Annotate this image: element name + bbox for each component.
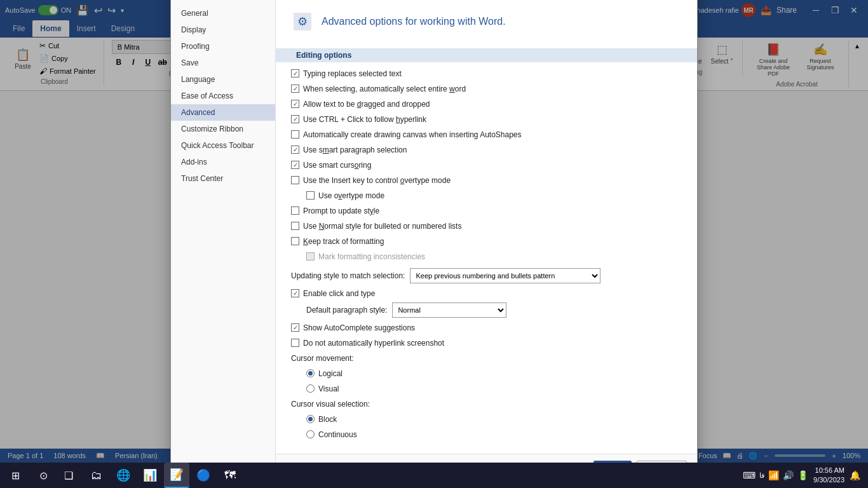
option-smart-cursor: Use smart cursoring: [291, 159, 682, 172]
taskbar-search[interactable]: ⊙: [31, 463, 56, 488]
label-drag-drop: Allow text to be dragged and dropped: [303, 100, 430, 109]
dialog-content: ⚙ Advanced options for working with Word…: [276, 0, 697, 484]
taskbar-task-view[interactable]: ❑: [56, 463, 81, 488]
nav-customize-ribbon[interactable]: Customize Ribbon: [171, 121, 275, 137]
nav-proofing[interactable]: Proofing: [171, 38, 275, 55]
taskbar-right: ⌨ فا 📶 🔊 🔋 10:56 AM 9/30/2023 🔔: [743, 466, 868, 485]
cb-keep-track[interactable]: [291, 237, 299, 245]
label-cursor-continuous: Continuous: [318, 430, 357, 439]
taskbar-maps[interactable]: 🗺: [217, 463, 243, 488]
label-drawing-canvas: Automatically create drawing canvas when…: [303, 130, 522, 139]
keyboard-icon: ⌨: [743, 470, 756, 480]
battery-icon: 🔋: [797, 470, 808, 480]
updating-style-select[interactable]: Keep previous numbering and bullets patt…: [410, 268, 600, 283]
taskbar: ⊞ ⊙ ❑ 🗂 🌐 📊 📝 🔵 🗺 ⌨ فا 📶 🔊 🔋 10:56 AM 9/…: [0, 463, 868, 488]
option-prompt-update-style: Prompt to update style: [291, 205, 682, 217]
nav-quick-access[interactable]: Quick Access Toolbar: [171, 137, 275, 154]
cursor-block-row: Block: [306, 413, 682, 426]
cb-smart-cursor[interactable]: [291, 161, 299, 169]
option-overtype-mode: Use overtype mode: [306, 189, 682, 202]
cb-insert-key[interactable]: [291, 176, 299, 184]
radio-cursor-block[interactable]: [306, 415, 315, 423]
taskbar-word[interactable]: 📝: [164, 463, 189, 488]
cb-auto-select-word[interactable]: [291, 85, 299, 93]
cb-smart-para[interactable]: [291, 146, 299, 154]
dialog-overlay: Word Options ? ✕ General Display Proofin…: [0, 0, 868, 463]
nav-advanced[interactable]: Advanced: [171, 104, 275, 121]
label-overtype-mode: Use overtype mode: [318, 191, 384, 200]
radio-cursor-continuous[interactable]: [306, 430, 315, 438]
cursor-movement-label-row: Cursor movement:: [291, 352, 682, 365]
label-enable-click-type: Enable click and type: [303, 289, 375, 298]
label-no-hyperlink: Do not automatically hyperlink screensho…: [303, 339, 444, 348]
default-para-select[interactable]: Normal: [392, 302, 506, 318]
label-keep-track: Keep track of formatting: [303, 237, 384, 246]
option-normal-style: Use Normal style for bulleted or numbere…: [291, 220, 682, 233]
label-normal-style: Use Normal style for bulleted or numbere…: [303, 222, 461, 231]
nav-display[interactable]: Display: [171, 22, 275, 38]
taskbar-sys-tray: ⌨ فا 📶 🔊 🔋: [743, 470, 808, 480]
label-smart-para: Use smart paragraph selection: [303, 146, 407, 154]
cb-drawing-canvas[interactable]: [291, 130, 299, 139]
label-autocomplete: Show AutoComplete suggestions: [303, 323, 415, 332]
option-auto-select-word: When selecting, automatically select ent…: [291, 83, 682, 95]
dialog-scroll[interactable]: ⚙ Advanced options for working with Word…: [276, 0, 697, 454]
nav-ease-of-access[interactable]: Ease of Access: [171, 88, 275, 104]
label-smart-cursor: Use smart cursoring: [303, 161, 371, 170]
cursor-visual-selection-label-row: Cursor visual selection:: [291, 398, 682, 410]
taskbar-excel[interactable]: 📊: [137, 463, 163, 488]
svg-text:⚙: ⚙: [297, 15, 308, 28]
clock-date: 9/30/2023: [813, 475, 844, 485]
cb-prompt-update-style[interactable]: [291, 207, 299, 215]
taskbar-edge2[interactable]: 🔵: [191, 463, 216, 488]
label-insert-key: Use the Insert key to control overtype m…: [303, 176, 451, 185]
nav-trust-center[interactable]: Trust Center: [171, 170, 275, 187]
cb-overtype-mode[interactable]: [306, 191, 315, 200]
default-para-label: Default paragraph style:: [306, 306, 387, 315]
label-auto-select-word: When selecting, automatically select ent…: [303, 85, 466, 93]
option-drawing-canvas: Automatically create drawing canvas when…: [291, 128, 682, 141]
cb-drag-drop[interactable]: [291, 100, 299, 108]
label-cursor-logical: Logical: [318, 369, 342, 378]
option-drag-drop: Allow text to be dragged and dropped: [291, 98, 682, 111]
cb-mark-inconsistencies[interactable]: [306, 252, 315, 261]
radio-cursor-visual[interactable]: [306, 384, 315, 393]
nav-general[interactable]: General: [171, 5, 275, 22]
content-header-icon: ⚙: [291, 10, 314, 33]
label-typing-replaces: Typing replaces selected text: [303, 69, 402, 78]
option-enable-click-type: Enable click and type: [291, 287, 682, 300]
content-header-title: Advanced options for working with Word.: [322, 16, 506, 27]
nav-save[interactable]: Save: [171, 55, 275, 71]
dialog-sidebar: General Display Proofing Save Language E…: [171, 0, 276, 484]
cb-enable-click-type[interactable]: [291, 289, 299, 297]
radio-cursor-logical[interactable]: [306, 369, 315, 377]
cb-ctrl-click-hyperlink[interactable]: [291, 115, 299, 123]
nav-language[interactable]: Language: [171, 71, 275, 88]
start-btn[interactable]: ⊞: [0, 463, 31, 488]
cb-no-hyperlink[interactable]: [291, 339, 299, 347]
label-mark-inconsistencies: Mark formatting inconsistencies: [318, 252, 425, 261]
default-para-row: Default paragraph style: Normal: [306, 302, 682, 318]
taskbar-apps: 🗂 🌐 📊 📝 🔵 🗺: [84, 463, 243, 488]
label-ctrl-click-hyperlink: Use CTRL + Click to follow hyperlink: [303, 115, 426, 124]
cb-normal-style[interactable]: [291, 222, 299, 230]
taskbar-file-explorer[interactable]: 🗂: [84, 463, 109, 488]
cursor-continuous-row: Continuous: [306, 428, 682, 441]
notification-btn[interactable]: 🔔: [850, 470, 860, 480]
option-autocomplete: Show AutoComplete suggestions: [291, 322, 682, 334]
updating-style-label: Updating style to match selection:: [291, 271, 405, 280]
cursor-visual-selection-label: Cursor visual selection:: [291, 400, 370, 409]
dialog-inner: ⚙ Advanced options for working with Word…: [276, 0, 697, 454]
cursor-visual-row: Visual: [306, 383, 682, 395]
section-editing-header: Editing options: [276, 48, 697, 62]
taskbar-edge[interactable]: 🌐: [111, 463, 136, 488]
option-insert-key: Use the Insert key to control overtype m…: [291, 174, 682, 187]
label-cursor-block: Block: [318, 415, 337, 424]
word-options-dialog: Word Options ? ✕ General Display Proofin…: [170, 0, 698, 484]
nav-add-ins[interactable]: Add-ins: [171, 154, 275, 170]
cb-typing-replaces[interactable]: [291, 69, 299, 78]
option-no-hyperlink: Do not automatically hyperlink screensho…: [291, 337, 682, 349]
cb-autocomplete[interactable]: [291, 323, 299, 332]
option-typing-replaces: Typing replaces selected text: [291, 67, 682, 80]
taskbar-clock[interactable]: 10:56 AM 9/30/2023: [813, 466, 844, 485]
